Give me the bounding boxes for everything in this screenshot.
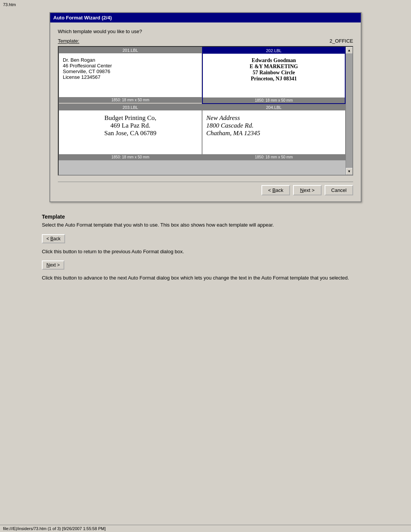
- dialog-body: Which template would you like to use? Te…: [50, 22, 361, 201]
- cell-201-header: 201.LBL: [59, 47, 202, 53]
- cell-204-content: New Address 1800 Cascade Rd. Chatham, MA…: [202, 110, 345, 154]
- help-next-description: Click this button to advance to the next…: [42, 274, 369, 282]
- status-bar: file:///E|/insiders/73.htm (1 of 3) [9/2…: [0, 525, 411, 532]
- page-filename: 73.htm: [0, 0, 411, 8]
- template-value: 2_OFFICE: [330, 38, 353, 44]
- cancel-button[interactable]: Cancel: [325, 185, 353, 195]
- cell-202-footer: 1850: 18 mm x 50 mm: [203, 97, 345, 103]
- template-cell-204[interactable]: 204.LBL New Address 1800 Cascade Rd. Cha…: [202, 104, 346, 160]
- template-grid-container[interactable]: 201.LBL Dr. Ben Rogan 46 Proffesional Ce…: [58, 46, 353, 176]
- cell-204-header: 204.LBL: [202, 104, 345, 110]
- template-cell-203[interactable]: 203.LBL Budget Printing Co, 469 La Paz R…: [59, 104, 202, 160]
- template-grid-scroll[interactable]: 201.LBL Dr. Ben Rogan 46 Proffesional Ce…: [59, 47, 346, 175]
- help-next-button[interactable]: Next >: [42, 260, 64, 270]
- dialog-titlebar: Auto Format Wizard (2/4): [50, 13, 361, 22]
- scrollbar-down-button[interactable]: ▼: [346, 168, 353, 175]
- help-description: Select the Auto Format template that you…: [42, 221, 369, 229]
- template-label: Template:: [58, 38, 79, 44]
- template-grid: 201.LBL Dr. Ben Rogan 46 Proffesional Ce…: [59, 47, 346, 160]
- dialog-buttons: < Back Next > Cancel: [58, 182, 353, 195]
- back-button[interactable]: < Back: [261, 185, 290, 195]
- help-heading: Template: [42, 214, 369, 220]
- dialog-question: Which template would you like to use?: [58, 29, 353, 34]
- next-button[interactable]: Next >: [293, 185, 322, 195]
- help-back-button[interactable]: < Back: [42, 234, 65, 243]
- auto-format-dialog: Auto Format Wizard (2/4) Which template …: [49, 12, 362, 202]
- scrollbar-up-button[interactable]: ▲: [346, 47, 353, 54]
- cell-203-footer: 1850: 18 mm x 50 mm: [59, 154, 202, 160]
- help-section: Template Select the Auto Format template…: [30, 206, 381, 295]
- cell-204-footer: 1850: 18 mm x 50 mm: [202, 154, 345, 160]
- cell-202-header: 202.LBL: [203, 48, 345, 54]
- template-cell-201[interactable]: 201.LBL Dr. Ben Rogan 46 Proffesional Ce…: [59, 47, 202, 104]
- cell-202-content: Edwards Goodman E &Y MARKETING 57 Rainbo…: [203, 54, 345, 97]
- scrollbar[interactable]: ▲ ▼: [346, 47, 352, 175]
- cell-201-content: Dr. Ben Rogan 46 Proffesional Center Som…: [59, 53, 202, 97]
- scrollbar-track[interactable]: [346, 54, 352, 168]
- cell-203-content: Budget Printing Co, 469 La Paz Rd. San J…: [59, 110, 202, 154]
- template-cell-202[interactable]: 202.LBL Edwards Goodman E &Y MARKETING 5…: [202, 47, 346, 104]
- help-back-description: Click this button to return to the previ…: [42, 248, 369, 256]
- cell-201-footer: 1850: 18 mm x 50 mm: [59, 97, 202, 103]
- template-label-row: Template: 2_OFFICE: [58, 38, 353, 44]
- cell-203-header: 203.LBL: [59, 104, 202, 110]
